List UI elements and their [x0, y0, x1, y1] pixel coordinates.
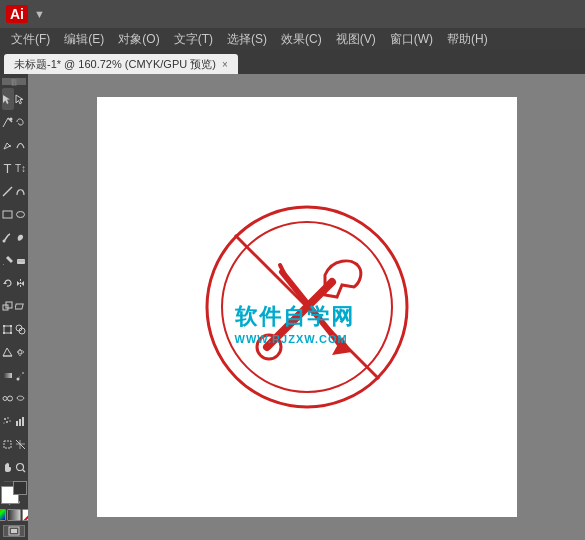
line-tool[interactable]	[2, 180, 14, 202]
svg-point-8	[17, 211, 25, 217]
app-logo: Ai	[6, 5, 28, 23]
paintbrush-tool[interactable]	[2, 226, 14, 248]
gradient-tool[interactable]	[2, 364, 14, 386]
eraser-tool[interactable]	[15, 249, 27, 271]
svg-line-6	[3, 187, 12, 196]
wand-lasso-row	[2, 111, 27, 133]
main-area: |||	[0, 74, 585, 540]
svg-point-33	[4, 418, 6, 420]
screen-mode-button[interactable]	[3, 525, 25, 537]
svg-rect-12	[17, 259, 25, 264]
rotate-tool[interactable]	[2, 272, 14, 294]
svg-marker-11	[3, 264, 4, 265]
pencil-tool[interactable]	[2, 249, 14, 271]
slice-tool[interactable]	[15, 433, 27, 455]
tab-label: 未标题-1* @ 160.72% (CMYK/GPU 预览)	[14, 57, 216, 72]
type-tools-row: T T↕	[2, 157, 27, 179]
shape-tools-row	[2, 203, 27, 225]
transform-tools-row	[2, 318, 27, 340]
app-title: ▼	[34, 8, 45, 20]
mesh-tool[interactable]	[15, 341, 27, 363]
magic-wand-tool[interactable]	[2, 111, 14, 133]
svg-marker-17	[21, 281, 24, 286]
reflect-tool[interactable]	[15, 272, 27, 294]
menu-edit[interactable]: 编辑(E)	[57, 29, 111, 50]
menu-type[interactable]: 文字(T)	[167, 29, 220, 50]
svg-point-35	[6, 421, 8, 423]
artboard-tool[interactable]	[2, 433, 14, 455]
fill-stroke-area	[1, 486, 27, 495]
scale-tools-row	[2, 295, 27, 317]
svg-point-31	[3, 396, 7, 400]
svg-rect-21	[4, 326, 11, 333]
eyedropper-tool[interactable]	[15, 364, 27, 386]
tab-bar: 未标题-1* @ 160.72% (CMYK/GPU 预览) ×	[0, 50, 585, 74]
svg-point-32	[8, 396, 13, 401]
pen-tools-row	[2, 134, 27, 156]
svg-point-36	[9, 420, 10, 421]
type-tool[interactable]: T	[2, 157, 14, 179]
gradient-tools-row	[2, 364, 27, 386]
shape-builder-tool[interactable]	[15, 318, 27, 340]
artboard-tools-row	[2, 433, 27, 455]
canvas-area: 软件自学网 WWW.RJZXW.COM	[28, 74, 585, 540]
svg-point-9	[3, 239, 6, 242]
svg-line-46	[23, 470, 25, 472]
menu-window[interactable]: 窗口(W)	[383, 29, 440, 50]
blob-brush-tool[interactable]	[15, 226, 27, 248]
direct-selection-tool[interactable]	[15, 88, 27, 110]
gradient-mode-button[interactable]	[7, 509, 21, 521]
vertical-type-tool[interactable]: T↕	[15, 157, 27, 179]
menu-view[interactable]: 视图(V)	[329, 29, 383, 50]
menu-help[interactable]: 帮助(H)	[440, 29, 495, 50]
menu-effect[interactable]: 效果(C)	[274, 29, 329, 50]
perspective-grid-tool[interactable]	[2, 341, 14, 363]
svg-line-42	[16, 440, 25, 449]
svg-point-5	[9, 145, 11, 147]
pen-tool[interactable]	[2, 134, 14, 156]
arc-tool[interactable]	[15, 180, 27, 202]
zoom-tool[interactable]	[15, 456, 27, 478]
rotate-tools-row	[2, 272, 27, 294]
svg-rect-24	[3, 332, 5, 334]
color-mode-button[interactable]	[0, 509, 6, 521]
svg-rect-41	[4, 441, 11, 448]
scale-tool[interactable]	[2, 295, 14, 317]
svg-rect-10	[6, 255, 13, 262]
svg-rect-20	[15, 304, 23, 309]
lasso-tool[interactable]	[15, 111, 27, 133]
selection-tool[interactable]	[2, 88, 14, 110]
svg-point-45	[17, 463, 24, 470]
menu-select[interactable]: 选择(S)	[220, 29, 274, 50]
menu-object[interactable]: 对象(O)	[111, 29, 166, 50]
hand-tool[interactable]	[2, 456, 14, 478]
artboard: 软件自学网 WWW.RJZXW.COM	[97, 97, 517, 517]
document-tab[interactable]: 未标题-1* @ 160.72% (CMYK/GPU 预览) ×	[4, 54, 238, 74]
ellipse-tool[interactable]	[15, 203, 27, 225]
blend-tool[interactable]	[2, 387, 14, 409]
svg-point-34	[7, 417, 9, 419]
curvature-tool[interactable]	[15, 134, 27, 156]
shear-tool[interactable]	[15, 295, 27, 317]
svg-marker-0	[3, 95, 10, 104]
free-transform-tool[interactable]	[2, 318, 14, 340]
tab-close-button[interactable]: ×	[222, 59, 228, 70]
navigation-tools-row	[2, 456, 27, 478]
svg-rect-22	[3, 325, 5, 327]
symbol-tools-row	[2, 410, 27, 432]
svg-rect-25	[10, 332, 12, 334]
warp-tool[interactable]	[15, 387, 27, 409]
svg-point-30	[17, 377, 20, 380]
svg-rect-29	[3, 373, 12, 378]
svg-line-3	[3, 118, 8, 127]
rectangle-tool[interactable]	[2, 203, 14, 225]
menu-bar: 文件(F) 编辑(E) 对象(O) 文字(T) 选择(S) 效果(C) 视图(V…	[0, 28, 585, 50]
svg-marker-16	[17, 281, 20, 286]
menu-file[interactable]: 文件(F)	[4, 29, 57, 50]
color-mode-buttons	[0, 509, 28, 521]
svg-rect-40	[22, 417, 24, 426]
symbol-sprayer-tool[interactable]	[2, 410, 14, 432]
svg-marker-1	[16, 95, 23, 104]
stroke-swatch[interactable]	[13, 481, 27, 495]
column-graph-tool[interactable]	[15, 410, 27, 432]
